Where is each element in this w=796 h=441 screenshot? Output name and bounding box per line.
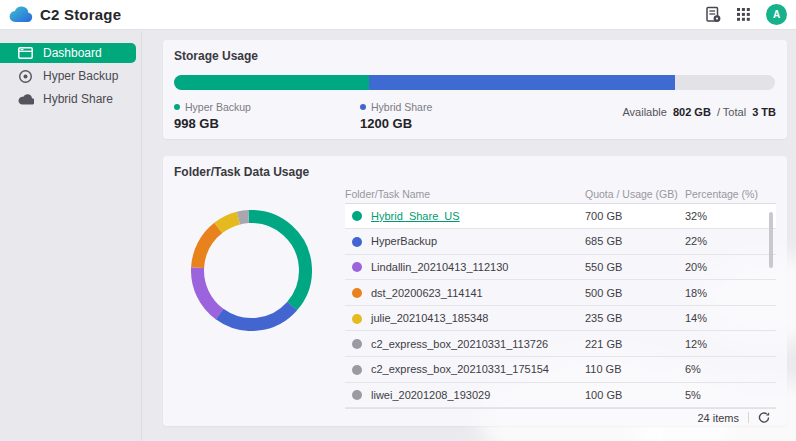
row-color-dot [352,211,362,221]
quota-cell: 685 GB [585,229,685,255]
quota-cell: 700 GB [585,203,685,229]
c2-cloud-logo [9,6,33,23]
legend-label: Hybrid Share [371,101,432,113]
dashboard-icon [18,47,34,59]
row-color-dot [352,288,362,298]
table-row[interactable]: dst_20200623_114141500 GB18% [345,280,776,306]
items-count: 24 items [697,412,739,424]
col-percentage[interactable]: Percentage (%) [685,186,776,203]
table-row[interactable]: Hybrid_Share_US700 GB32% [345,203,776,229]
sidebar-nav: DashboardHyper BackupHybrid Share [0,31,142,441]
table-scrollbar[interactable] [769,212,773,268]
folder-task-name: HyperBackup [371,235,437,247]
legend-item-1: Hybrid Share1200 GB [360,101,432,131]
storage-bar-segment-0 [174,75,369,90]
percentage-cell: 6% [685,357,776,383]
name-cell: Hybrid_Share_US [345,203,585,229]
hybrid-share-icon [18,94,34,105]
table-footer: 24 items [345,408,776,425]
name-cell: Lindallin_20210413_112130 [345,254,585,280]
table-row[interactable]: julie_20210413_185348235 GB14% [345,305,776,331]
footer-divider [748,412,749,423]
col-folder-task-name[interactable]: Folder/Task Name [345,186,585,203]
percentage-cell: 5% [685,382,776,408]
hyper-backup-icon [18,69,34,84]
folder-task-name: dst_20200623_114141 [371,287,483,299]
legend-dot [360,104,366,110]
folder-task-table: Folder/Task Name Quota / Usage (GB) Perc… [345,186,776,408]
topbar-actions: A [706,4,796,25]
name-cell: c2_express_box_20210331_175154 [345,357,585,383]
row-color-dot [352,314,362,324]
table-header-row: Folder/Task Name Quota / Usage (GB) Perc… [345,186,776,203]
folder-task-name: c2_express_box_20210331_113726 [371,338,548,350]
row-color-dot [352,237,362,247]
percentage-cell: 14% [685,305,776,331]
percentage-cell: 12% [685,331,776,357]
sidebar-item-label: Dashboard [43,46,102,60]
storage-usage-title: Storage Usage [174,49,258,63]
legend-dot [174,104,180,110]
folder-task-name: julie_20210413_185348 [371,312,488,324]
table-row[interactable]: liwei_20201208_193029100 GB5% [345,382,776,408]
available-label: Available [622,106,666,118]
row-color-dot [352,262,362,272]
name-cell: liwei_20201208_193029 [345,382,585,408]
name-cell: HyperBackup [345,229,585,255]
row-color-dot [352,339,362,349]
log-settings-icon[interactable] [706,6,721,23]
table-row[interactable]: HyperBackup685 GB22% [345,229,776,255]
legend-value: 1200 GB [360,116,432,131]
folder-task-name: liwei_20201208_193029 [371,389,490,401]
table-row[interactable]: c2_express_box_20210331_175154110 GB6% [345,357,776,383]
app-title: C2 Storage [40,6,121,23]
user-avatar[interactable]: A [766,4,787,25]
percentage-cell: 22% [685,229,776,255]
legend-item-0: Hyper Backup998 GB [174,101,251,131]
percentage-cell: 20% [685,254,776,280]
sidebar-item-label: Hybrid Share [43,92,113,106]
refresh-icon[interactable] [758,411,770,424]
storage-usage-card: Storage Usage Hyper Backup998 GBHybrid S… [163,40,787,139]
folder-table-body: Hybrid_Share_US700 GB32%HyperBackup685 G… [345,203,776,408]
legend-label: Hyper Backup [185,101,251,113]
storage-bar [174,75,775,90]
row-color-dot [352,365,362,375]
sidebar-item-dashboard[interactable]: Dashboard [0,43,136,63]
quota-cell: 235 GB [585,305,685,331]
percentage-cell: 18% [685,280,776,306]
name-cell: julie_20210413_185348 [345,305,585,331]
folder-task-title: Folder/Task Data Usage [174,165,309,179]
top-bar: C2 Storage A [0,0,796,30]
sidebar-item-label: Hyper Backup [43,69,118,83]
table-row[interactable]: c2_express_box_20210331_113726221 GB12% [345,331,776,357]
available-value: 802 GB [673,106,711,118]
storage-bar-segment-1 [369,75,675,90]
usage-donut-chart [191,210,312,331]
folder-task-name: Lindallin_20210413_112130 [371,261,508,273]
col-quota-usage[interactable]: Quota / Usage (GB) [585,186,685,203]
quota-cell: 110 GB [585,357,685,383]
apps-grid-icon[interactable] [737,8,750,21]
total-label: / Total [717,106,746,118]
quota-cell: 100 GB [585,382,685,408]
quota-cell: 500 GB [585,280,685,306]
quota-cell: 550 GB [585,254,685,280]
name-cell: dst_20200623_114141 [345,280,585,306]
name-cell: c2_express_box_20210331_113726 [345,331,585,357]
row-color-dot [352,390,362,400]
folder-task-name: c2_express_box_20210331_175154 [371,363,549,375]
folder-task-card: Folder/Task Data Usage Folder/Task Name … [163,156,787,426]
sidebar-item-hybrid-share[interactable]: Hybrid Share [0,89,136,109]
percentage-cell: 32% [685,203,776,229]
storage-summary: Available 802 GB / Total 3 TB [619,106,776,118]
avatar-initial: A [773,9,780,20]
sidebar-item-hyper-backup[interactable]: Hyper Backup [0,66,136,86]
table-row[interactable]: Lindallin_20210413_112130550 GB20% [345,254,776,280]
total-value: 3 TB [752,106,776,118]
legend-value: 998 GB [174,116,251,131]
folder-task-name[interactable]: Hybrid_Share_US [371,210,460,222]
quota-cell: 221 GB [585,331,685,357]
